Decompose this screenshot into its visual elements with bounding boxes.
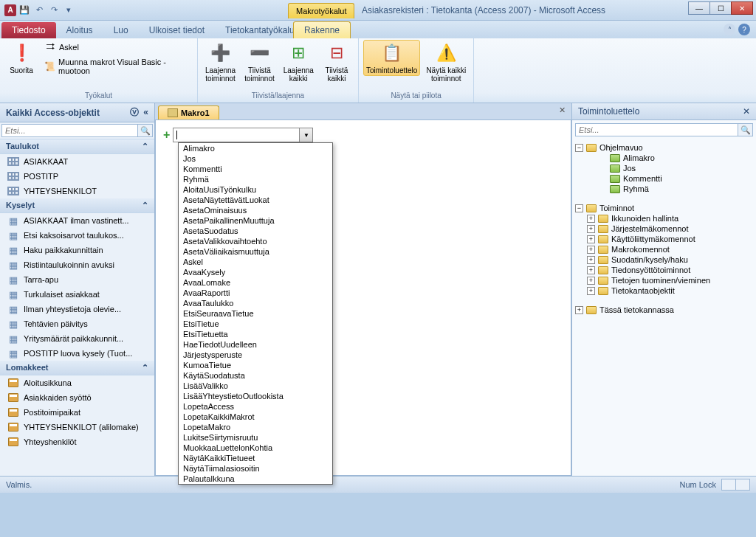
qat-undo-icon[interactable]: ↶: [32, 4, 46, 17]
tree-toggle-icon[interactable]: +: [587, 215, 595, 223]
tab-home[interactable]: Aloitus: [56, 22, 103, 38]
tree-action-group[interactable]: +Makrokomennot: [575, 244, 753, 254]
nav-item[interactable]: Postitoimipaikat: [0, 405, 154, 420]
tab-external-data[interactable]: Ulkoiset tiedot: [139, 22, 215, 38]
dropdown-item[interactable]: AsetaSuodatus: [179, 226, 332, 236]
dropdown-item[interactable]: Alimakro: [179, 143, 332, 153]
dropdown-item[interactable]: Järjestysperuste: [179, 350, 332, 360]
dropdown-item[interactable]: LukitseSiirtymisruutu: [179, 432, 332, 443]
nav-item[interactable]: Yhteyshenkilöt: [0, 434, 154, 449]
maximize-button[interactable]: ☐: [709, 1, 732, 15]
action-catalog-button[interactable]: 📋 Toimintoluettelo: [363, 40, 420, 76]
dropdown-item[interactable]: AsetaVäliaikaismuuttuja: [179, 246, 332, 257]
dropdown-item[interactable]: LisääYhteystietoOutlookista: [179, 391, 332, 401]
dropdown-item[interactable]: KumoaTietue: [179, 360, 332, 370]
dropdown-item[interactable]: AsetaOminaisuus: [179, 205, 332, 215]
nav-item[interactable]: ▦Ilman yhteystietoja olevie...: [0, 302, 154, 316]
dropdown-item[interactable]: AsetaPaikallinenMuuttuja: [179, 215, 332, 226]
tree-action-item[interactable]: Ryhmä: [575, 184, 753, 194]
tree-toggle-icon[interactable]: +: [587, 277, 595, 285]
help-icon[interactable]: ?: [738, 24, 750, 35]
nav-item[interactable]: POSTITP: [0, 169, 154, 184]
catalog-close-icon[interactable]: ✕: [743, 106, 750, 117]
action-dropdown-list[interactable]: AlimakroJosKommenttiRyhmäAloitaUusiTyönk…: [178, 142, 333, 485]
dropdown-item[interactable]: AvaaLomake: [179, 277, 332, 288]
view-button-2[interactable]: [735, 479, 750, 491]
catalog-search-input[interactable]: [575, 123, 738, 136]
tree-toggle-icon[interactable]: +: [587, 235, 595, 243]
tree-action-group[interactable]: +Tietokantaobjektit: [575, 285, 753, 296]
dropdown-item[interactable]: Askel: [179, 257, 332, 267]
nav-search-input[interactable]: [1, 124, 138, 137]
file-tab[interactable]: Tiedosto: [1, 22, 56, 38]
nav-item[interactable]: ▦ASIAKKAAT ilman vastinett...: [0, 213, 154, 228]
search-icon[interactable]: 🔍: [138, 124, 153, 137]
dropdown-item[interactable]: AvaaTaulukko: [179, 298, 332, 308]
tree-program-flow[interactable]: −Ohjelmavuo: [575, 142, 753, 153]
dropdown-item[interactable]: LopetaKaikkiMakrot: [179, 412, 332, 422]
nav-dropdown-icon[interactable]: ⓥ «: [130, 106, 148, 119]
nav-group-header[interactable]: Lomakkeet⌃: [0, 361, 154, 375]
minimize-ribbon-icon[interactable]: ˄: [724, 24, 735, 35]
tree-toggle-icon[interactable]: +: [587, 256, 595, 264]
nav-item[interactable]: YHTEYSHENKILOT (alilomake): [0, 420, 154, 434]
dropdown-item[interactable]: PalautaIkkuna: [179, 474, 332, 484]
dropdown-item[interactable]: AsetaNäytettävätLuokat: [179, 195, 332, 205]
tree-toggle-icon[interactable]: +: [587, 225, 595, 233]
add-action-icon[interactable]: +: [163, 128, 170, 142]
dropdown-item[interactable]: LopetaAccess: [179, 401, 332, 412]
nav-item[interactable]: ▦Turkulaiset asiakkaat: [0, 287, 154, 302]
single-step-button[interactable]: ⮆ Askel: [41, 40, 193, 55]
tree-in-this-db[interactable]: +Tässä tietokannassa: [575, 305, 753, 315]
tree-action-item[interactable]: Alimakro: [575, 153, 753, 163]
tab-create[interactable]: Luo: [103, 22, 139, 38]
dropdown-item[interactable]: AvaaRaportti: [179, 288, 332, 298]
nav-group-header[interactable]: Taulukot⌃: [0, 139, 154, 154]
action-combobox[interactable]: ▼: [173, 128, 313, 142]
tree-action-group[interactable]: +Tiedonsyöttötoiminnot: [575, 265, 753, 275]
dropdown-item[interactable]: KäytäSuodatusta: [179, 370, 332, 381]
nav-item[interactable]: ASIAKKAAT: [0, 154, 154, 169]
close-tab-button[interactable]: ✕: [556, 105, 568, 115]
tree-action-group[interactable]: +Ikkunoiden hallinta: [575, 213, 753, 224]
qat-save-icon[interactable]: 💾: [18, 4, 31, 17]
tree-action-group[interactable]: +Järjestelmäkomennot: [575, 224, 753, 234]
nav-item[interactable]: Asiakkaiden syöttö: [0, 390, 154, 405]
catalog-search-icon[interactable]: 🔍: [738, 123, 753, 136]
expand-all-button[interactable]: ⊞ Laajenna kaikki: [281, 40, 317, 84]
run-button[interactable]: ❗ Suorita: [4, 40, 38, 76]
nav-item[interactable]: YHTEYSHENKILOT: [0, 184, 154, 198]
dropdown-item[interactable]: EtsiTietue: [179, 319, 332, 329]
tree-toggle-icon[interactable]: +: [587, 287, 595, 295]
tree-action-group[interactable]: +Tietojen tuominen/vieminen: [575, 275, 753, 285]
tree-toggle-icon[interactable]: −: [575, 204, 583, 212]
collapse-all-button[interactable]: ⊟ Tiivistä kaikki: [320, 40, 354, 84]
dropdown-item[interactable]: EtsiSeuraavaTietue: [179, 308, 332, 319]
tree-toggle-icon[interactable]: +: [575, 306, 583, 314]
macro-tab[interactable]: Makro1: [158, 105, 219, 119]
qat-customize-icon[interactable]: ▾: [62, 4, 75, 17]
dropdown-item[interactable]: AloitaUusiTyönkulku: [179, 184, 332, 195]
nav-item[interactable]: ▦POSTITP luova kysely (Tuot...: [0, 346, 154, 361]
dropdown-item[interactable]: NäytäKaikkiTietueet: [179, 453, 332, 463]
dropdown-arrow-icon[interactable]: ▼: [299, 128, 312, 142]
nav-item[interactable]: ▦Tehtävien päivitys: [0, 316, 154, 331]
nav-item[interactable]: ▦Ristiintaulukoinnin avuksi: [0, 257, 154, 272]
nav-item[interactable]: ▦Tarra-apu: [0, 272, 154, 287]
dropdown-item[interactable]: Kommentti: [179, 164, 332, 174]
dropdown-item[interactable]: LopetaMakro: [179, 422, 332, 432]
convert-macros-button[interactable]: 📜 Muunna makrot Visual Basic -muotoon: [41, 56, 193, 77]
nav-header[interactable]: Kaikki Access-objektit ⓥ «: [0, 103, 154, 122]
tree-actions[interactable]: −Toiminnot: [575, 203, 753, 213]
nav-item[interactable]: ▦Yritysmäärät paikkakunnit...: [0, 331, 154, 346]
minimize-button[interactable]: —: [688, 1, 710, 15]
tree-action-item[interactable]: Jos: [575, 163, 753, 173]
tree-action-item[interactable]: Kommentti: [575, 173, 753, 184]
dropdown-item[interactable]: AsetaValikkovaihtoehto: [179, 236, 332, 246]
tree-action-group[interactable]: +Käyttöliittymäkomennot: [575, 234, 753, 244]
tree-toggle-icon[interactable]: +: [587, 266, 595, 274]
collapse-actions-button[interactable]: ➖ Tiivistä toiminnot: [241, 40, 278, 84]
tree-toggle-icon[interactable]: +: [587, 246, 595, 254]
tab-design[interactable]: Rakenne: [293, 21, 351, 38]
nav-item[interactable]: ▦Haku paikkakunnittain: [0, 243, 154, 257]
